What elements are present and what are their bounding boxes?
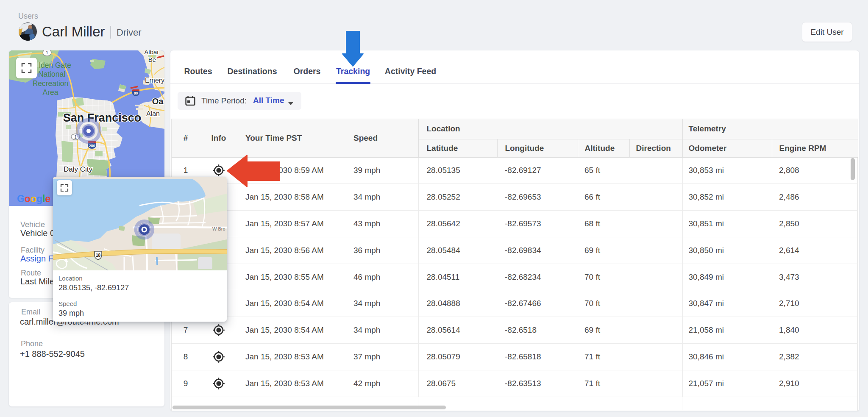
svg-text:lden Gate: lden Gate <box>39 61 71 70</box>
svg-text:National: National <box>38 70 65 78</box>
svg-text:Daly City: Daly City <box>64 165 93 173</box>
svg-text:Albai: Albai <box>144 50 158 56</box>
svg-text:280: 280 <box>89 144 95 148</box>
svg-text:80: 80 <box>134 91 138 95</box>
svg-text:1: 1 <box>46 50 48 55</box>
svg-text:1: 1 <box>74 135 77 139</box>
svg-text:Alan: Alan <box>146 110 160 117</box>
svg-text:18: 18 <box>96 253 101 258</box>
svg-text:Recreation: Recreation <box>33 79 69 88</box>
svg-text:Google: Google <box>17 193 50 204</box>
svg-text:Oa: Oa <box>152 97 164 106</box>
svg-text:Area: Area <box>43 88 58 97</box>
svg-text:Emery: Emery <box>145 77 164 84</box>
svg-text:W Bro: W Bro <box>212 226 225 231</box>
svg-text:San Francisco: San Francisco <box>63 111 142 124</box>
svg-text:Be: Be <box>148 56 156 63</box>
